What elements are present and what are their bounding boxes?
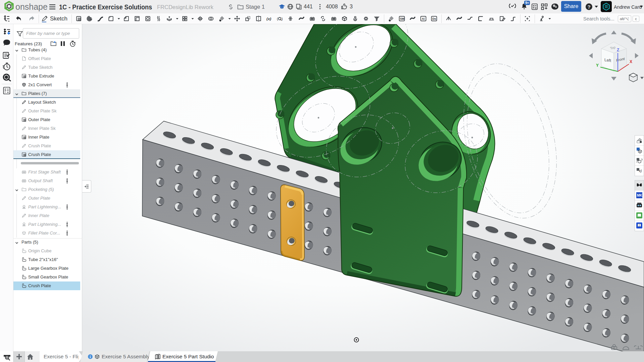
svg-text:Ai: Ai xyxy=(422,17,425,20)
svg-text:X: X xyxy=(630,59,632,64)
svg-text:SM: SM xyxy=(400,17,404,20)
svg-text:(: ( xyxy=(277,17,279,21)
svg-text:MK: MK xyxy=(637,194,642,197)
svg-text:(x): (x) xyxy=(267,17,271,21)
svg-text:Y: Y xyxy=(596,63,599,68)
svg-text:x): x) xyxy=(639,169,642,173)
svg-text:Z: Z xyxy=(617,48,619,52)
svg-text:): ) xyxy=(282,17,283,21)
svg-text:Ds: Ds xyxy=(433,17,436,20)
svg-text:?: ? xyxy=(588,4,591,10)
svg-text:Left: Left xyxy=(604,57,611,63)
